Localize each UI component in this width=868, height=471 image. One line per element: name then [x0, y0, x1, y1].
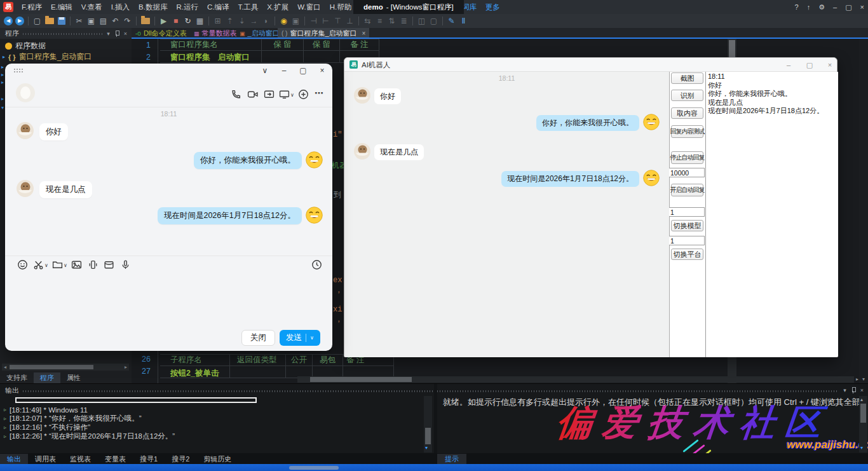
- tab-call-table[interactable]: 调用表: [28, 454, 63, 465]
- chevron-down-icon[interactable]: ∨: [310, 335, 314, 341]
- microphone-icon[interactable]: [120, 259, 131, 270]
- close-panel-icon[interactable]: ×: [860, 387, 864, 393]
- stop-auto-reply-button[interactable]: 停止自动回复: [671, 151, 703, 164]
- swap-h-icon[interactable]: ⇆: [362, 15, 374, 27]
- close-tab-icon[interactable]: ×: [362, 30, 366, 37]
- switch-platform-button[interactable]: 切换平台: [671, 249, 703, 260]
- menu-compile[interactable]: C.编译: [203, 0, 234, 14]
- remote-desktop-icon[interactable]: [279, 89, 290, 100]
- align-right-icon[interactable]: ⊢: [320, 15, 332, 27]
- paste-icon[interactable]: ▤: [97, 15, 109, 27]
- help-icon[interactable]: ?: [795, 3, 799, 11]
- menu-window[interactable]: W.窗口: [293, 0, 325, 14]
- tab-output[interactable]: 输出: [0, 454, 28, 465]
- restore-button[interactable]: ▢: [845, 3, 851, 11]
- swap-v-icon[interactable]: ⇅: [386, 15, 398, 27]
- size-grid-icon[interactable]: ▢: [428, 15, 440, 27]
- screen-share-icon[interactable]: [264, 89, 275, 100]
- close-button[interactable]: ×: [860, 3, 864, 11]
- chevron-right-icon[interactable]: ▸: [1, 79, 4, 85]
- menu-edit[interactable]: E.编辑: [46, 0, 77, 14]
- nudge-icon[interactable]: [88, 259, 98, 270]
- minimize-button[interactable]: –: [278, 65, 290, 76]
- maximize-button[interactable]: ▢: [297, 65, 309, 76]
- breakpoint-icon[interactable]: ◗: [260, 15, 272, 27]
- start-auto-reply-button[interactable]: 开启自动回复: [671, 184, 703, 196]
- build-icon[interactable]: ▦: [194, 15, 206, 27]
- self-avatar[interactable]: [306, 151, 323, 171]
- tab-clip-history[interactable]: 剪辑历史: [196, 454, 238, 465]
- chevron-down-icon[interactable]: ∨: [259, 65, 271, 76]
- message-input[interactable]: [11, 273, 326, 324]
- history-icon[interactable]: [311, 259, 322, 270]
- scrollbar-thumb[interactable]: [860, 404, 866, 423]
- cut-icon[interactable]: ✂: [73, 15, 85, 27]
- close-chat-button[interactable]: 关闭: [241, 330, 275, 346]
- search-folder-icon[interactable]: [141, 18, 150, 24]
- close-panel-icon[interactable]: ×: [124, 31, 127, 37]
- chevron-right-icon[interactable]: ▸: [1, 72, 4, 78]
- menu-database[interactable]: B.数据库: [134, 0, 172, 14]
- voice-call-icon[interactable]: [231, 89, 241, 100]
- scroll-down-icon[interactable]: ▾: [860, 445, 863, 451]
- menu-insert[interactable]: I.插入: [107, 0, 134, 14]
- ide-settings-icon[interactable]: Ⅱ: [458, 15, 470, 27]
- size-same-icon[interactable]: ◫: [416, 15, 428, 27]
- preview-icon[interactable]: ⊞: [212, 15, 224, 27]
- file-icon[interactable]: [52, 259, 63, 270]
- red-packet-icon[interactable]: [104, 259, 114, 270]
- chevron-down-icon[interactable]: ▾: [107, 31, 110, 37]
- chevron-right-icon[interactable]: ▸: [3, 54, 5, 60]
- tab-search2[interactable]: 搜寻2: [165, 454, 196, 465]
- tab-properties[interactable]: 属性: [60, 372, 87, 383]
- tab-hint[interactable]: 提示: [437, 454, 466, 465]
- restart-icon[interactable]: ↻: [182, 15, 194, 27]
- platform-index-input[interactable]: [669, 236, 705, 245]
- send-button[interactable]: 发送 ∨: [280, 330, 320, 346]
- scroll-down-icon[interactable]: ▾: [425, 445, 428, 451]
- menu-extend[interactable]: X.扩展: [262, 0, 293, 14]
- peer-avatar[interactable]: [17, 122, 34, 142]
- tab-watch-table[interactable]: 监视表: [63, 454, 98, 465]
- output-scrollbar[interactable]: ▾: [424, 396, 432, 453]
- editor-horizontal-scrollbar[interactable]: [297, 376, 854, 383]
- pin-icon[interactable]: [114, 31, 119, 37]
- menu-tools[interactable]: T.工具: [233, 0, 262, 14]
- run-icon[interactable]: ▶: [158, 15, 170, 27]
- minimize-button[interactable]: –: [783, 60, 794, 70]
- tab-search1[interactable]: 搜寻1: [133, 454, 165, 465]
- minimize-button[interactable]: –: [833, 3, 837, 11]
- chevron-down-icon[interactable]: ▾: [843, 387, 846, 393]
- close-button[interactable]: ×: [824, 60, 836, 70]
- open-folder-icon[interactable]: [45, 18, 54, 24]
- align-left-icon[interactable]: ⊣: [308, 15, 320, 27]
- close-button[interactable]: ×: [316, 65, 328, 76]
- new-file-icon[interactable]: ▢: [31, 15, 43, 27]
- scroll-left-icon[interactable]: ◂: [2, 364, 8, 370]
- align-top-icon[interactable]: ⊤: [332, 15, 344, 27]
- scroll-right-icon[interactable]: ▸: [856, 376, 858, 382]
- equal-h-icon[interactable]: ≡: [374, 15, 386, 27]
- forward-icon[interactable]: ▶: [15, 17, 24, 25]
- undo-icon[interactable]: ↶: [109, 15, 121, 27]
- tab-support-lib[interactable]: 支持库: [0, 372, 34, 383]
- peer-avatar[interactable]: [16, 83, 35, 105]
- chevron-down-icon[interactable]: ∨: [290, 92, 294, 98]
- menu-help[interactable]: H.帮助: [325, 0, 356, 14]
- copy-icon[interactable]: ▣: [85, 15, 97, 27]
- scrollbar-thumb[interactable]: [10, 365, 93, 369]
- switch-model-button[interactable]: 切换模型: [671, 220, 703, 231]
- tree-item-program-data[interactable]: 程序数据: [5, 41, 46, 51]
- hint-scrollbar[interactable]: ▴ ▾: [859, 396, 867, 453]
- chevron-down-icon[interactable]: ∨: [64, 263, 67, 268]
- tab-variable-table[interactable]: 变量表: [98, 454, 133, 465]
- peer-avatar[interactable]: [17, 180, 34, 200]
- bulb-icon[interactable]: ◉: [278, 15, 290, 27]
- menu-program[interactable]: F.程序: [17, 0, 46, 14]
- equal-v-icon[interactable]: ≣: [398, 15, 410, 27]
- redo-icon[interactable]: ↷: [121, 15, 133, 27]
- align-bottom-icon[interactable]: ⊥: [344, 15, 356, 27]
- tab-program[interactable]: 程序: [34, 372, 60, 383]
- image-icon[interactable]: [71, 259, 82, 270]
- gear-icon[interactable]: ⚙: [818, 3, 825, 11]
